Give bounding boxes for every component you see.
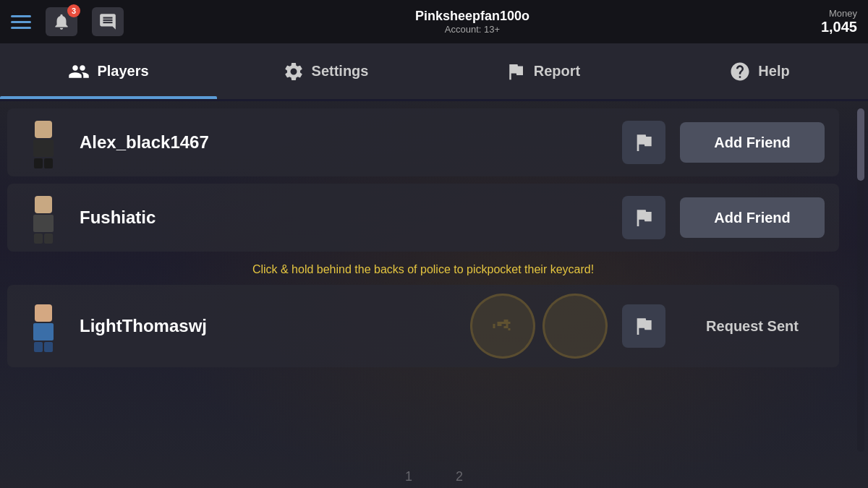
avatar-legs xyxy=(29,158,58,168)
tab-players-label: Players xyxy=(97,63,148,80)
header-center: Pinksheepfan100o Account: 13+ xyxy=(124,9,821,35)
avatar-leg xyxy=(34,234,43,244)
tab-players[interactable]: Players xyxy=(0,43,217,99)
hamburger-line xyxy=(11,27,31,29)
tab-help-label: Help xyxy=(758,63,789,80)
avatar-legs xyxy=(29,342,58,352)
avatar-head xyxy=(35,121,52,138)
avatar-leg xyxy=(34,158,43,168)
number-1: 1 xyxy=(405,469,412,484)
tab-settings-label: Settings xyxy=(312,63,369,80)
report-player-button[interactable] xyxy=(622,304,665,348)
scroll-thumb[interactable] xyxy=(857,108,864,181)
report-player-button[interactable] xyxy=(622,121,665,164)
money-label: Money xyxy=(829,8,857,19)
hint-text: Click & hold behind the backs of police … xyxy=(252,263,594,275)
chat-button[interactable] xyxy=(92,7,124,36)
notification-button[interactable]: 3 xyxy=(46,7,77,36)
header: 3 Pinksheepfan100o Account: 13+ Money 1,… xyxy=(0,0,868,43)
avatar-body xyxy=(33,215,54,232)
avatar-figure xyxy=(29,304,58,348)
player-name: Fushiatic xyxy=(80,207,608,228)
add-friend-button[interactable]: Add Friend xyxy=(680,197,825,238)
hamburger-menu-button[interactable] xyxy=(11,15,31,29)
tab-report-label: Report xyxy=(534,63,580,80)
list-item: Alex_black1467 Add Friend xyxy=(7,108,839,176)
flag-icon xyxy=(632,314,655,338)
gun-icon xyxy=(490,313,516,339)
circle-control xyxy=(542,294,608,359)
report-tab-icon xyxy=(505,61,527,82)
avatar xyxy=(22,301,65,351)
help-tab-icon xyxy=(729,61,751,82)
bell-icon xyxy=(52,12,71,31)
tab-settings[interactable]: Settings xyxy=(217,43,434,99)
username-label: Pinksheepfan100o xyxy=(415,9,529,24)
avatar xyxy=(22,117,65,168)
avatar-head xyxy=(35,304,52,322)
add-friend-button[interactable]: Add Friend xyxy=(680,122,825,163)
report-player-button[interactable] xyxy=(622,196,665,239)
number-2: 2 xyxy=(456,469,463,484)
tab-report[interactable]: Report xyxy=(434,43,651,99)
players-tab-icon xyxy=(68,61,90,82)
header-right: Money 1,045 xyxy=(821,8,857,35)
request-sent-button: Request Sent xyxy=(680,306,825,346)
tab-help[interactable]: Help xyxy=(651,43,868,99)
main-content: Alex_black1467 Add Friend F xyxy=(0,101,868,488)
bottom-numbers: 1 2 xyxy=(405,469,463,484)
avatar-head xyxy=(35,196,52,213)
header-left: 3 xyxy=(11,7,124,36)
list-item: Fushiatic Add Friend xyxy=(7,184,839,252)
avatar-body xyxy=(33,140,54,157)
scrollbar[interactable] xyxy=(857,108,864,452)
chat-icon xyxy=(98,12,117,31)
notification-badge: 3 xyxy=(67,4,80,17)
avatar-leg xyxy=(44,342,53,352)
tab-bar: Players Settings Report Help xyxy=(0,43,868,101)
hamburger-line xyxy=(11,21,31,23)
avatar-figure xyxy=(29,121,58,164)
player-name: LightThomaswj xyxy=(80,316,456,336)
avatar-figure xyxy=(29,196,58,239)
avatar-leg xyxy=(44,234,53,244)
hamburger-line xyxy=(11,15,31,17)
avatar-body xyxy=(33,323,54,341)
account-info-label: Account: 13+ xyxy=(445,24,500,35)
money-amount: 1,045 xyxy=(821,19,857,35)
avatar-legs xyxy=(29,234,58,244)
settings-tab-icon xyxy=(283,61,305,82)
avatar-leg xyxy=(34,342,43,352)
player-name: Alex_black1467 xyxy=(80,132,608,153)
flag-icon xyxy=(632,131,655,154)
hint-bar-inline: Click & hold behind the backs of police … xyxy=(7,259,839,281)
circle-control xyxy=(470,294,535,359)
avatar xyxy=(22,192,65,243)
list-item: LightThomaswj Request Sent xyxy=(7,285,839,367)
game-controls-overlay xyxy=(470,294,608,359)
avatar-leg xyxy=(44,158,53,168)
flag-icon xyxy=(632,206,655,229)
player-list[interactable]: Alex_black1467 Add Friend F xyxy=(0,108,846,474)
